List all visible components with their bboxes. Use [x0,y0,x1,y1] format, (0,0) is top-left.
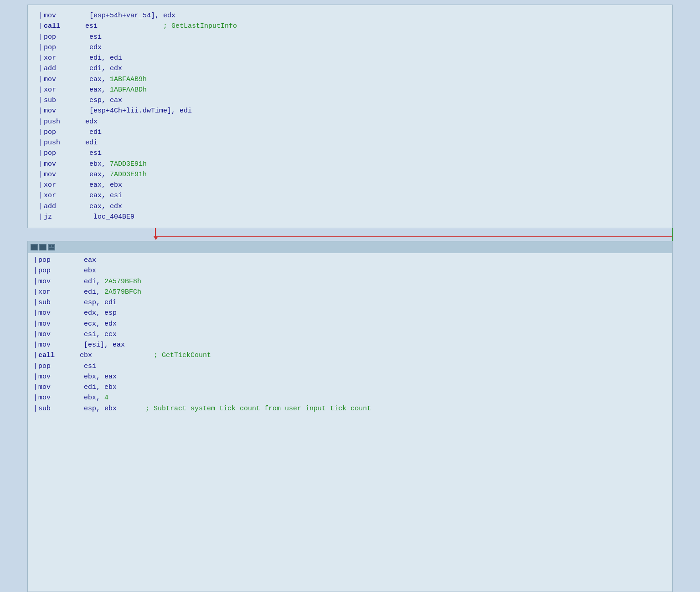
immediate: 1ABFAAB9h [110,74,147,85]
operand: loc_404BE9 [69,212,134,222]
line-bar: | [39,74,43,85]
mnemonic: mov [38,308,63,318]
operand: ebx, [63,393,104,403]
operand: edi, edi [69,53,122,63]
line-bar: | [39,63,43,74]
mnemonic: mov [44,106,69,116]
immediate: 7ADD3E91h [110,159,147,169]
svg-rect-1 [31,245,34,247]
code-line: | call ebx ; GetTickCount [33,350,667,361]
code-line: | xor edi, edi [39,53,661,63]
comment: ; GetLastInputInfo [98,21,237,31]
line-bar: | [39,117,43,127]
line-bar: | [39,138,43,148]
operand: eax, ebx [69,180,122,190]
mnemonic: sub [38,297,63,308]
mnemonic: sub [44,95,69,106]
operand: [esp+54h+var_54], edx [69,10,175,21]
code-line: | sub esp, ebx ; Subtract system tick co… [33,403,667,414]
mnemonic: pop [44,127,69,138]
toolbar-icon-1[interactable] [31,244,38,250]
svg-rect-2 [34,245,37,247]
mnemonic: mov [38,372,63,382]
svg-rect-9 [52,245,54,247]
code-line: | pop ebx [33,265,667,276]
operand: esp, ebx [63,403,117,414]
code-line: | sub esp, eax [39,95,661,106]
line-bar: | [39,212,43,222]
operand: eax, edx [69,201,122,212]
operand: ebx [63,265,96,276]
mnemonic: xor [44,190,69,201]
red-arrow-v1 [155,228,156,237]
immediate: 2A579BFCh [104,287,141,297]
connector-area [27,228,673,241]
mnemonic: pop [44,148,69,158]
mnemonic: jz [44,212,69,222]
line-bar: | [33,308,37,318]
red-arrowhead [154,236,158,240]
code-line: | add edi, edx [39,63,661,74]
toolbar-icon-2[interactable] [39,244,46,250]
code-line: | add eax, edx [39,201,661,212]
code-line: | call esi ; GetLastInputInfo [39,21,661,31]
operand: eax, esi [69,190,122,201]
mnemonic: mov [44,159,69,169]
line-bar: | [39,85,43,95]
line-bar: | [39,169,43,180]
code-line: | xor eax, 1ABFAABDh [39,85,661,95]
mnemonic: pop [44,32,69,42]
immediate: 2A579BF8h [104,276,141,287]
line-bar: | [33,382,37,393]
operand: esi, ecx [63,329,117,340]
operand: ebx, eax [63,372,117,382]
line-bar: | [33,319,37,329]
code-line: | mov edi, ebx [33,382,667,393]
code-line: | pop edi [39,127,661,138]
code-line: | xor eax, ebx [39,180,661,190]
line-bar: | [39,190,43,201]
line-bar: | [33,265,37,276]
operand: edi, ebx [63,382,117,393]
svg-rect-3 [31,247,37,250]
mnemonic: call [44,21,69,31]
code-line: | mov edx, esp [33,308,667,318]
code-line: | mov [esi], eax [33,340,667,350]
line-bar: | [39,180,43,190]
top-code-content: | mov [esp+54h+var_54], edx | call esi ;… [33,9,667,224]
mnemonic: add [44,201,69,212]
code-line: | jz loc_404BE9 [39,212,661,222]
code-line: | mov ebx, 7ADD3E91h [39,159,661,169]
code-line: | mov ecx, edx [33,319,667,329]
operand: edx [69,117,98,127]
toolbar-icon-3[interactable] [48,244,55,250]
bottom-code-content: | pop eax | pop ebx | mov edi, 2A579BF8h [28,253,672,416]
operand: edx [69,42,102,53]
operand: esi [63,361,96,372]
line-bar: | [39,21,43,31]
code-line: | push edx [39,117,661,127]
code-line: | pop eax [33,255,667,265]
line-bar: | [33,372,37,382]
operand: esi [69,148,102,158]
svg-rect-5 [40,245,46,247]
operand: edi [69,138,98,148]
code-line: | pop edx [39,42,661,53]
code-line: | mov [esp+54h+var_54], edx [39,10,661,21]
line-bar: | [39,95,43,106]
code-line: | mov edi, 2A579BF8h [33,276,667,287]
code-line: | mov esi, ecx [33,329,667,340]
mnemonic: pop [44,42,69,53]
svg-rect-10 [49,248,54,250]
line-bar: | [39,148,43,158]
code-line: | xor eax, esi [39,190,661,201]
main-container: | mov [esp+54h+var_54], edx | call esi ;… [0,0,700,592]
operand: esi [69,32,102,42]
mnemonic: pop [38,361,63,372]
mnemonic: xor [38,287,63,297]
svg-rect-6 [40,247,46,250]
mnemonic: push [44,138,69,148]
mnemonic: add [44,63,69,74]
line-bar: | [39,10,43,21]
svg-rect-8 [49,245,51,247]
